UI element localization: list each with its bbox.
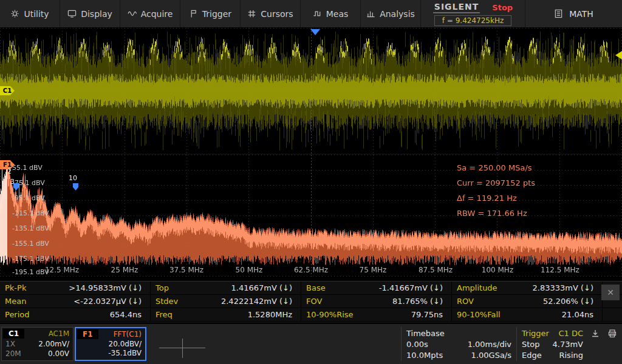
menu-acquire[interactable]: Acquire — [120, 0, 180, 27]
fft-y-axis-label: 55.1 dBV — [12, 164, 43, 172]
measurement-value: 654.4ns — [64, 310, 150, 319]
measurement-stdev[interactable]: Stdev 2.4222142mV (↓) — [151, 295, 301, 308]
menu-label: Utility — [24, 9, 49, 19]
channel1-offset: 0.00V — [48, 349, 69, 358]
fft-x-axis-label: 50 MHz — [236, 266, 263, 274]
fft-x-axis-label: 112.5 MHz — [541, 266, 579, 274]
menu-label: Meas — [326, 9, 349, 19]
measurement-label: 90-10%Fall — [457, 310, 516, 319]
menu-label: Trigger — [202, 9, 231, 19]
sine-wave-icon — [128, 9, 137, 18]
fft-descriptor-box[interactable]: F1 FFT(C1) 20.0dBV/ -35.1dBV — [75, 327, 146, 361]
fft-function: FFT(C1) — [114, 330, 142, 339]
channel1-descriptor-box[interactable]: C1 AC1M 1X 2.00mV/ 20M 0.00V — [1, 327, 73, 361]
measurement-value: 2.4222142mV (↓) — [215, 297, 301, 306]
fft-delta-f: Δf = 119.21 Hz — [457, 190, 535, 206]
measurement-label: Freq — [156, 310, 215, 319]
measurement-value: 52.206% (↓) — [516, 297, 602, 306]
flag-icon — [189, 9, 198, 18]
analysis-icon — [366, 9, 375, 18]
timebase-delay: 0.00s — [406, 340, 428, 349]
peak-marker-label: 2 — [7, 167, 12, 175]
measurement-pkpk[interactable]: Pk-Pk >14.95833mV (↓) — [0, 281, 151, 294]
channel1-coupling: AC1M — [49, 329, 69, 338]
measurement-period[interactable]: Period 654.4ns — [0, 308, 151, 321]
peak-marker-label: 10 — [69, 174, 77, 182]
bottom-bar: C1 AC1M 1X 2.00mV/ 20M 0.00V F1 FFT(C1) … — [0, 323, 622, 364]
menu-cursors[interactable]: Cursors — [241, 0, 301, 27]
measurement-value: >14.95833mV (↓) — [64, 283, 150, 292]
printer-icon[interactable] — [607, 329, 617, 341]
fft-y-axis-label: -115.1 dBV — [12, 209, 49, 217]
trigger-position-marker[interactable] — [310, 29, 320, 35]
measurement-value: 21.04ns — [516, 310, 602, 319]
measurement-value: 79.75ns — [366, 310, 451, 319]
measurement-fall[interactable]: 90-10%Fall 21.04ns — [452, 308, 603, 321]
fft-y-axis-label: -195.1 dBV — [12, 268, 49, 276]
gear-icon — [10, 9, 19, 18]
trigger-source: C1 DC — [558, 329, 583, 338]
fft-x-axis-label: 75 MHz — [360, 266, 387, 274]
trigger-panel[interactable]: Trigger C1 DC Stop 4.73mV Edge Rising — [516, 327, 588, 361]
channel1-bandwidth: 20M — [3, 349, 21, 358]
menu-label: Display — [81, 9, 112, 19]
menu-label: Cursors — [261, 9, 293, 19]
measurement-label: 10-90%Rise — [306, 310, 366, 319]
measurement-base[interactable]: Base -1.41667mV (↓) — [301, 281, 452, 294]
measurement-fov[interactable]: FOV 81.765% (↓) — [301, 295, 452, 308]
menu-meas[interactable]: Meas — [301, 0, 361, 27]
trigger-status: Stop — [522, 340, 540, 349]
close-icon: ✕ — [607, 288, 614, 297]
trigger-type: Edge — [522, 351, 542, 360]
fft-reference: -35.1dBV — [108, 349, 142, 357]
measurements-row: Pk-Pk >14.95833mV (↓) Top 1.41667mV (↓) … — [0, 281, 622, 295]
menu-analysis[interactable]: Analysis — [361, 0, 421, 27]
measurement-top[interactable]: Top 1.41667mV (↓) — [151, 281, 301, 294]
measurement-label: Pk-Pk — [5, 283, 64, 292]
plus-icon — [182, 339, 183, 358]
add-channel-slot[interactable] — [159, 339, 205, 358]
bottom-bar-icons — [590, 329, 617, 341]
measurement-rov[interactable]: ROV 52.206% (↓) — [452, 295, 603, 308]
measurements-close-button[interactable]: ✕ — [601, 285, 620, 300]
measurement-label: FOV — [306, 297, 366, 306]
timebase-memory: 10.0Mpts — [406, 351, 443, 360]
time-waveform-display[interactable] — [0, 28, 622, 153]
measurement-value: 81.765% (↓) — [366, 297, 451, 306]
measurement-rise[interactable]: 10-90%Rise 79.75ns — [301, 308, 452, 321]
measurement-amplitude[interactable]: Amplitude 2.83333mV (↓) — [452, 281, 603, 294]
fft-name: F1 — [77, 329, 98, 339]
timebase-panel[interactable]: Timebase 0.00s 1.00ms/div 10.0Mpts 1.00G… — [401, 327, 516, 361]
fft-current-points: Curr = 2097152 pts — [457, 175, 535, 190]
fft-x-axis-label: 100 MHz — [482, 266, 513, 274]
save-download-icon[interactable] — [590, 329, 600, 341]
measurement-label: Mean — [5, 297, 64, 306]
trigger-slope: Rising — [559, 351, 583, 360]
menu-label: Analysis — [380, 9, 415, 19]
fft-sample-rate: Sa = 250.00 MSa/s — [457, 160, 535, 175]
oscilloscope-screen: Utility Display Acquire Trigger Cursors — [0, 0, 622, 364]
measurement-value: 2.83333mV (↓) — [516, 283, 602, 292]
measurement-freq[interactable]: Freq 1.5280MHz — [151, 308, 301, 321]
trigger-level: 4.73mV — [552, 340, 583, 349]
fft-y-axis-label: -135.1 dBV — [12, 224, 49, 232]
measurements-panel: Pk-Pk >14.95833mV (↓) Top 1.41667mV (↓) … — [0, 281, 622, 323]
measurement-label: ROV — [457, 297, 516, 306]
measurement-value: 1.5280MHz — [215, 310, 301, 319]
fft-x-axis-label: 37.5 MHz — [169, 266, 203, 274]
fft-x-axis-label: 87.5 MHz — [419, 266, 453, 274]
channel1-name: C1 — [3, 329, 24, 339]
menu-label: MATH — [569, 9, 593, 19]
measurement-mean[interactable]: Mean <-22.0327μV (↓) — [0, 295, 151, 308]
menu-trigger[interactable]: Trigger — [180, 0, 241, 27]
measurement-label: Base — [306, 283, 366, 292]
menu-utility[interactable]: Utility — [0, 0, 60, 27]
measurement-label: Stdev — [156, 297, 215, 306]
timebase-scale: 1.00ms/div — [468, 340, 511, 349]
fft-x-axis-label: 62.5 MHz — [294, 266, 328, 274]
fft-y-axis-label: -95.1 dBV — [12, 194, 45, 202]
menu-math[interactable]: MATH — [525, 0, 622, 27]
display-icon — [67, 9, 77, 18]
cursors-icon — [247, 9, 256, 18]
menu-display[interactable]: Display — [60, 0, 120, 27]
